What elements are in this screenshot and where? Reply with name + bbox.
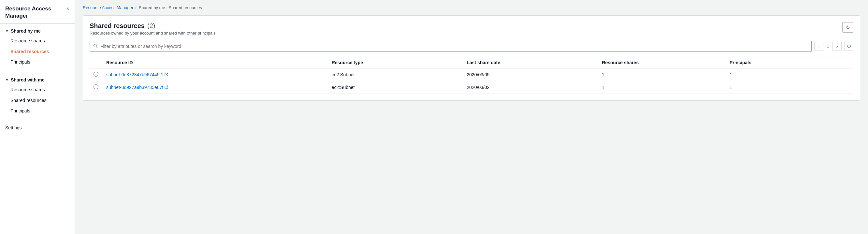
sidebar-item-shared-resources-mine[interactable]: Shared resources [0,46,74,57]
sidebar-header: Resource Access Manager × [0,0,74,24]
panel-subtitle: Resources owned by your account and shar… [90,31,216,35]
panel-title: Shared resources [90,22,145,30]
sidebar-item-resource-shares-with-me[interactable]: Resource shares [0,84,74,95]
search-bar-row: ‹ 1 › ⚙ [90,41,853,52]
resource-id-link-0[interactable]: subnet-0e872347b967445f1 [106,72,168,77]
external-link-icon-0 [164,73,168,77]
chevron-down-icon: ▼ [5,29,9,33]
row-last-share-date-1: 2020/03/02 [463,81,598,94]
refresh-button[interactable]: ↻ [842,22,853,33]
resource-shares-link-1[interactable]: 1 [602,85,604,90]
svg-line-1 [96,47,98,48]
breadcrumb-separator: › [135,5,136,10]
row-radio-cell[interactable] [90,68,102,81]
panel-count: (2) [147,22,155,30]
resource-shares-link-0[interactable]: 1 [602,72,604,77]
row-principals-0: 1 [725,68,853,81]
sidebar-section-shared-with-me[interactable]: ▼ Shared with me [0,73,74,84]
sidebar-item-shared-resources-with-me[interactable]: Shared resources [0,95,74,106]
breadcrumb: Resource Access Manager › Shared by me :… [83,5,860,10]
pagination-prev-button[interactable]: ‹ [814,42,824,51]
chevron-down-icon-2: ▼ [5,78,9,82]
breadcrumb-home-link[interactable]: Resource Access Manager [83,5,133,10]
row-last-share-date-0: 2020/03/05 [463,68,598,81]
table-settings-button[interactable]: ⚙ [844,42,853,51]
row-radio-0[interactable] [94,72,98,77]
table-col-resource-shares: Resource shares [598,57,725,68]
pagination-next-button[interactable]: › [833,42,842,51]
table-col-resource-type: Resource type [328,57,463,68]
principals-link-1[interactable]: 1 [730,85,732,90]
search-icon [93,44,98,49]
sidebar-section-shared-by-me[interactable]: ▼ Shared by me [0,24,74,35]
external-link-icon-1 [164,85,168,90]
principals-link-0[interactable]: 1 [730,72,732,77]
shared-resources-panel: Shared resources (2) Resources owned by … [83,15,860,101]
table-row: subnet-0e872347b967445f1 ec2:Subnet 2020… [90,68,853,81]
row-resource-shares-1: 1 [598,81,725,94]
pagination-controls: ‹ 1 › [814,42,842,51]
row-resource-type-0: ec2:Subnet [328,68,463,81]
sidebar: Resource Access Manager × ▼ Shared by me… [0,0,75,234]
sidebar-divider-2 [0,119,74,119]
resources-table: Resource ID Resource type Last share dat… [90,57,853,94]
table-row: subnet-0d927a9b39735e67f ec2:Subnet 2020… [90,81,853,94]
table-col-principals: Principals [725,57,853,68]
table-header-row: Resource ID Resource type Last share dat… [90,57,853,68]
table-col-resource-id: Resource ID [102,57,328,68]
sidebar-item-principals-with-me[interactable]: Principals [0,106,74,116]
row-resource-id: subnet-0d927a9b39735e67f [102,81,328,94]
search-bar-container [90,41,812,52]
main-content: Resource Access Manager › Shared by me :… [75,0,868,234]
row-principals-1: 1 [725,81,853,94]
sidebar-item-resource-shares-mine[interactable]: Resource shares [0,35,74,46]
sidebar-item-principals-mine[interactable]: Principals [0,57,74,67]
row-resource-shares-0: 1 [598,68,725,81]
panel-header: Shared resources (2) Resources owned by … [90,22,853,35]
row-resource-id: subnet-0e872347b967445f1 [102,68,328,81]
resource-id-link-1[interactable]: subnet-0d927a9b39735e67f [106,85,168,90]
sidebar-title: Resource Access Manager [5,5,64,20]
sidebar-item-settings[interactable]: Settings [0,122,74,134]
table-col-select [90,57,102,68]
pagination-page-number: 1 [825,44,831,49]
row-resource-type-1: ec2:Subnet [328,81,463,94]
sidebar-divider-1 [0,70,74,70]
sidebar-section-label-shared-by-me: Shared by me [11,28,41,34]
table-col-last-share-date: Last share date [463,57,598,68]
panel-title-block: Shared resources (2) Resources owned by … [90,22,216,35]
close-button[interactable]: × [66,6,69,12]
row-radio-cell[interactable] [90,81,102,94]
search-input[interactable] [100,44,808,49]
row-radio-1[interactable] [94,84,98,89]
panel-title-row: Shared resources (2) [90,22,216,30]
breadcrumb-current: Shared by me : Shared resources [139,5,202,10]
sidebar-section-label-shared-with-me: Shared with me [11,77,44,83]
